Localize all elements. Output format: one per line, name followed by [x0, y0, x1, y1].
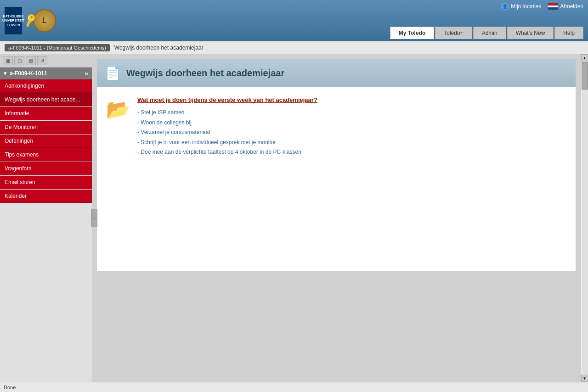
content-main-link[interactable]: Wat moet je doen tijdens de eerste week …: [137, 96, 317, 103]
scrollbar-right[interactable]: ▲ ▼: [581, 54, 588, 382]
key-logo-area: 🔑 L: [24, 9, 56, 32]
sidebar-toolbar: ▦ ▢ ▤ ↺: [0, 54, 92, 67]
breadcrumb-course[interactable]: a-F009-K-1011 - (Monitoraat Geschiedenis…: [5, 44, 110, 51]
content-header: 📄 Wegwijs doorheen het academiejaar: [97, 59, 576, 87]
list-item: Verzamel je cursusmateriaal: [137, 128, 566, 138]
content-panel: 📄 Wegwijs doorheen het academiejaar 📂 Wa…: [96, 59, 576, 271]
content-item: 📂 Wat moet je doen tijdens de eerste wee…: [106, 96, 566, 157]
list-item: Woon de colleges bij: [137, 118, 566, 128]
sidebar-expand-icon[interactable]: »: [85, 70, 88, 77]
scroll-track[interactable]: [582, 62, 588, 374]
content-area: 📄 Wegwijs doorheen het academiejaar 📂 Wa…: [92, 54, 581, 382]
tab-whats-new[interactable]: What's New: [507, 27, 554, 39]
afmelden-label: Afmelden: [560, 3, 583, 10]
header-right: 👤 Mijn locaties Afmelden My Toledo Toled…: [390, 2, 583, 39]
statusbar-text: Done: [4, 385, 16, 390]
content-list: Stel je ISP samen Woon de colleges bij V…: [137, 108, 566, 157]
content-text: Wat moet je doen tijdens de eerste week …: [137, 96, 566, 157]
statusbar: Done: [0, 382, 588, 392]
nav-tabs: My Toledo Toledo+ Admin What's New Help: [390, 27, 583, 39]
sidebar-item-wegwijs[interactable]: Wegwijs doorheen het acade...: [0, 93, 92, 106]
tab-my-toledo[interactable]: My Toledo: [390, 27, 434, 39]
sidebar-item-de-monitoren[interactable]: De Monitoren: [0, 121, 92, 134]
header: KATHOLIEKE UNIVERSITEIT LEUVEN 🔑 L 👤 Mij…: [0, 0, 588, 41]
sidebar-collapse-button[interactable]: ‹: [91, 209, 97, 227]
nl-flag-icon: [548, 3, 558, 10]
breadcrumb: a-F009-K-1011 - (Monitoraat Geschiedenis…: [0, 41, 588, 54]
sidebar-grid-btn[interactable]: ▦: [3, 56, 13, 65]
content-document-icon: 📄: [104, 65, 121, 81]
sidebar-window-btn[interactable]: ▢: [14, 56, 24, 65]
tab-toledo-plus[interactable]: Toledo+: [435, 27, 472, 39]
list-item: Schrijf je in voor een individueel gespr…: [137, 138, 566, 148]
scroll-up-button[interactable]: ▲: [581, 54, 588, 62]
scroll-thumb[interactable]: [582, 62, 588, 90]
sidebar-refresh-btn[interactable]: ↺: [37, 56, 47, 65]
scroll-down-button[interactable]: ▼: [581, 375, 588, 382]
tab-help[interactable]: Help: [554, 27, 583, 39]
mijn-locaties-action[interactable]: 👤 Mijn locaties: [501, 2, 541, 11]
list-item: Doe mee aan de verplichte taaltest op 4 …: [137, 147, 566, 157]
sidebar-item-kalender[interactable]: Kalender: [0, 190, 92, 203]
folder-icon: 📂: [106, 98, 130, 121]
sidebar: ▦ ▢ ▤ ↺ ▾ a-F009-K-1011 » Aankondigingen…: [0, 54, 92, 382]
content-body: 📂 Wat moet je doen tijdens de eerste wee…: [97, 87, 576, 271]
mijn-locaties-label: Mijn locaties: [511, 3, 541, 10]
page-title: Wegwijs doorheen het academiejaar: [126, 68, 284, 78]
sidebar-item-informatie[interactable]: Informatie: [0, 107, 92, 120]
logo-area: KATHOLIEKE UNIVERSITEIT LEUVEN 🔑 L: [5, 7, 56, 34]
tab-admin[interactable]: Admin: [473, 27, 506, 39]
user-icon: 👤: [501, 2, 509, 11]
sidebar-item-oefeningen[interactable]: Oefeningen: [0, 134, 92, 148]
expand-icon: ▾: [4, 70, 6, 77]
list-item: Stel je ISP samen: [137, 108, 566, 118]
sidebar-item-vragenfora[interactable]: Vragenfora: [0, 162, 92, 175]
sidebar-course-header[interactable]: ▾ a-F009-K-1011 »: [0, 67, 92, 79]
university-logo: KATHOLIEKE UNIVERSITEIT LEUVEN: [5, 7, 22, 34]
sidebar-item-email-sturen[interactable]: Email sturen: [0, 176, 92, 189]
main-layout: ▦ ▢ ▤ ↺ ▾ a-F009-K-1011 » Aankondigingen…: [0, 54, 588, 382]
user-actions: 👤 Mijn locaties Afmelden: [501, 2, 583, 11]
afmelden-action[interactable]: Afmelden: [548, 3, 583, 10]
sidebar-course-label: ▾ a-F009-K-1011: [4, 70, 47, 77]
sidebar-item-tips-examens[interactable]: Tips examens: [0, 148, 92, 162]
breadcrumb-current: Wegwijs doorheen het academiejaar: [114, 45, 204, 51]
sidebar-columns-btn[interactable]: ▤: [26, 56, 36, 65]
sidebar-item-aankondigingen[interactable]: Aankondigingen: [0, 79, 92, 93]
